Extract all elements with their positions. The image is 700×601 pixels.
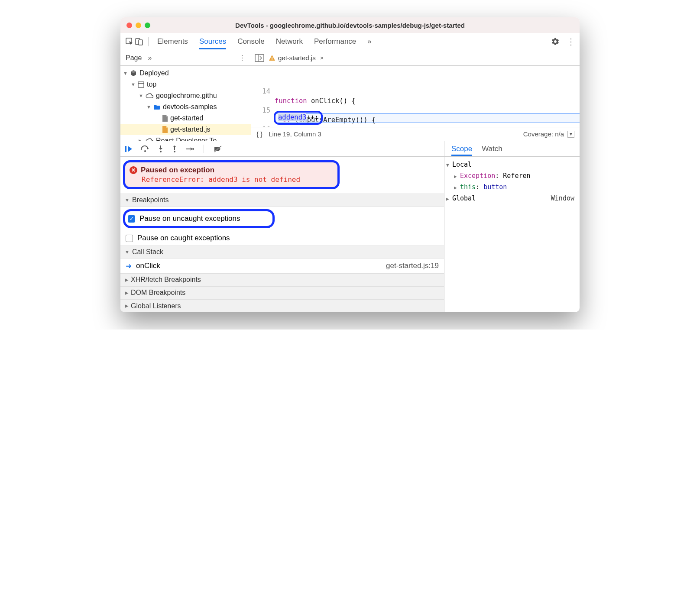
inspect-icon[interactable] xyxy=(125,37,134,46)
debugger-panes: ✕ Paused on exception ReferenceError: ad… xyxy=(120,141,580,312)
resume-icon[interactable] xyxy=(125,145,133,153)
pause-caught-row[interactable]: Pause on caught exceptions xyxy=(120,231,444,246)
close-tab-icon[interactable]: × xyxy=(320,54,324,61)
checkbox-caught[interactable] xyxy=(126,235,133,242)
navigator-tab-page[interactable]: Page xyxy=(126,54,142,62)
pause-error-message: ReferenceError: addend3 is not defined xyxy=(142,175,331,184)
debugger-left: ✕ Paused on exception ReferenceError: ad… xyxy=(120,141,444,312)
tab-watch[interactable]: Watch xyxy=(482,142,502,156)
tab-scope[interactable]: Scope xyxy=(451,142,472,156)
traffic-lights xyxy=(126,23,150,28)
error-badge-icon: ✕ xyxy=(130,166,137,174)
divider xyxy=(204,145,204,153)
coverage-label: Coverage: n/a xyxy=(523,130,564,138)
coverage-dropdown-icon[interactable]: ▼ xyxy=(567,131,574,138)
editor-panel: get-started.js × 14 15 16 17 18 19 20 21… xyxy=(251,50,580,141)
xhr-breakpoints-header[interactable]: ▶XHR/fetch Breakpoints xyxy=(120,273,444,286)
divider xyxy=(148,37,149,46)
device-toggle-icon[interactable] xyxy=(134,37,144,46)
close-button[interactable] xyxy=(126,23,132,28)
svg-rect-8 xyxy=(272,59,272,60)
settings-icon[interactable] xyxy=(551,37,560,46)
navigator-more-icon[interactable]: ⋮ xyxy=(239,54,246,62)
warning-icon xyxy=(269,55,275,61)
svg-rect-3 xyxy=(138,82,144,87)
pause-title: Paused on exception xyxy=(141,166,214,174)
maximize-button[interactable] xyxy=(145,23,150,28)
callstack-header[interactable]: ▼Call Stack xyxy=(120,246,444,258)
svg-point-10 xyxy=(144,150,146,152)
scope-this[interactable]: ▶this: button xyxy=(446,182,578,193)
toggle-navigator-icon[interactable] xyxy=(255,54,264,62)
navigator-header: Page » ⋮ xyxy=(120,50,251,66)
pause-uncaught-row[interactable]: ✓ Pause on uncaught exceptions xyxy=(123,209,275,228)
tab-sources[interactable]: Sources xyxy=(199,34,226,49)
checkbox-uncaught[interactable]: ✓ xyxy=(128,215,135,223)
main-tabs: Elements Sources Console Network Perform… xyxy=(157,34,551,49)
navigator-panel: Page » ⋮ ▼ Deployed ▼ top ▼ googlechrome… xyxy=(120,50,251,141)
tree-file-html[interactable]: get-started xyxy=(120,113,251,124)
scope-tabbar: Scope Watch xyxy=(444,141,580,157)
tab-console[interactable]: Console xyxy=(237,34,264,49)
scope-exception[interactable]: ▶Exception: Referen xyxy=(446,171,578,182)
debugger-right: Scope Watch ▼Local ▶Exception: Referen ▶… xyxy=(444,141,580,312)
tree-file-js[interactable]: get-started.js xyxy=(120,124,251,135)
minimize-button[interactable] xyxy=(136,23,141,28)
global-listeners-header[interactable]: ▶Global Listeners xyxy=(120,299,444,312)
step-out-icon[interactable] xyxy=(172,145,178,153)
editor-filename: get-started.js xyxy=(278,54,316,61)
code-body: limitations under the License. */ functi… xyxy=(275,66,580,127)
navigator-tabs-overflow[interactable]: » xyxy=(148,54,152,62)
file-tree: ▼ Deployed ▼ top ▼ googlechrome.githu ▼ … xyxy=(120,66,251,141)
kebab-menu-icon[interactable]: ⋮ xyxy=(567,36,575,47)
cloud-icon xyxy=(146,138,153,141)
callstack-frame[interactable]: ➜ onClick get-started.js:19 xyxy=(120,258,444,273)
svg-point-12 xyxy=(160,151,162,152)
titlebar: DevTools - googlechrome.github.io/devtoo… xyxy=(120,17,580,33)
scope-local[interactable]: ▼Local xyxy=(446,159,578,171)
svg-point-16 xyxy=(192,148,194,150)
step-into-icon[interactable] xyxy=(158,145,164,153)
tree-deployed[interactable]: ▼ Deployed xyxy=(120,68,251,79)
svg-rect-9 xyxy=(125,146,126,152)
deactivate-breakpoints-icon[interactable] xyxy=(214,145,222,153)
current-frame-icon: ➜ xyxy=(126,262,132,271)
step-over-icon[interactable] xyxy=(140,145,150,152)
line-gutter: 14 15 16 17 18 19 20 21 xyxy=(251,66,275,127)
tab-network[interactable]: Network xyxy=(276,34,303,49)
main-tabbar: Elements Sources Console Network Perform… xyxy=(120,33,580,50)
code-editor[interactable]: 14 15 16 17 18 19 20 21 limitations unde… xyxy=(251,66,580,127)
tab-elements[interactable]: Elements xyxy=(157,34,188,49)
document-icon xyxy=(162,115,168,122)
tab-performance[interactable]: Performance xyxy=(314,34,356,49)
tabs-overflow[interactable]: » xyxy=(367,34,371,49)
tree-top[interactable]: ▼ top xyxy=(120,79,251,90)
breakpoints-header[interactable]: ▼Breakpoints xyxy=(120,194,444,207)
svg-point-14 xyxy=(174,151,175,152)
devtools-window: DevTools - googlechrome.github.io/devtoo… xyxy=(120,17,580,312)
tree-extension[interactable]: ▶ React Developer To xyxy=(120,135,251,141)
paused-on-exception-banner: ✕ Paused on exception ReferenceError: ad… xyxy=(123,160,340,189)
editor-tabbar: get-started.js × xyxy=(251,50,580,66)
window-title: DevTools - googlechrome.github.io/devtoo… xyxy=(120,22,580,29)
frame-location: get-started.js:19 xyxy=(386,262,439,270)
editor-statusbar: { } Line 19, Column 3 Coverage: n/a ▼ xyxy=(251,127,580,141)
svg-rect-2 xyxy=(139,40,143,45)
tree-domain[interactable]: ▼ googlechrome.githu xyxy=(120,90,251,101)
cube-icon xyxy=(130,70,137,77)
svg-rect-7 xyxy=(272,57,272,59)
cursor-position: Line 19, Column 3 xyxy=(269,130,321,138)
folder-icon xyxy=(153,104,160,110)
window-frame-icon xyxy=(138,81,144,88)
tree-folder[interactable]: ▼ devtools-samples xyxy=(120,101,251,113)
dom-breakpoints-header[interactable]: ▶DOM Breakpoints xyxy=(120,286,444,299)
editor-file-tab[interactable]: get-started.js × xyxy=(269,54,324,61)
step-icon[interactable] xyxy=(185,146,194,152)
cloud-icon xyxy=(146,93,153,99)
sources-content: Page » ⋮ ▼ Deployed ▼ top ▼ googlechrome… xyxy=(120,50,580,141)
pretty-print-icon[interactable]: { } xyxy=(256,130,262,138)
scope-global[interactable]: ▶GlobalWindow xyxy=(446,193,578,204)
highlight-annotation-addend: addend3++; xyxy=(274,111,323,125)
scope-body: ▼Local ▶Exception: Referen ▶this: button… xyxy=(444,157,580,207)
js-file-icon xyxy=(162,126,168,133)
